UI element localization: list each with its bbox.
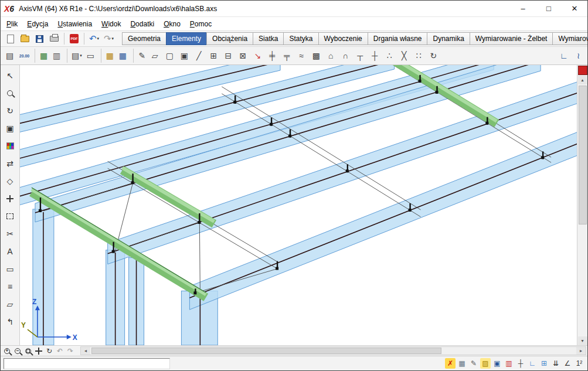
zoom-out-icon[interactable] bbox=[12, 346, 23, 356]
fit-icon[interactable]: ┼ bbox=[515, 358, 526, 369]
section-plane-icon[interactable]: ▱ bbox=[2, 295, 18, 313]
tab-siatka[interactable]: Siatka bbox=[253, 32, 283, 45]
report-maker-icon[interactable]: ▥ bbox=[49, 49, 64, 63]
view-redo-icon[interactable]: ↷ bbox=[65, 346, 76, 356]
text-tool-icon[interactable]: A bbox=[2, 243, 18, 260]
numbering-icon[interactable]: 1² bbox=[574, 358, 584, 369]
view-undo-icon[interactable]: ↶ bbox=[55, 346, 65, 356]
tab-elementy[interactable]: Elementy bbox=[166, 32, 206, 45]
rotate-view-icon[interactable]: ↻ bbox=[44, 346, 55, 356]
menu-dodatki[interactable]: Dodatki bbox=[125, 18, 159, 30]
close-button[interactable]: ✕ bbox=[562, 1, 587, 16]
model-viewport[interactable]: Z X Y bbox=[20, 65, 577, 345]
menu-pomoc[interactable]: Pomoc bbox=[185, 18, 216, 30]
tab-wyboczenie[interactable]: Wyboczenie bbox=[318, 32, 368, 45]
diaphragm-icon[interactable]: ⊠ bbox=[236, 49, 250, 63]
gap-element-icon[interactable]: ⌂ bbox=[324, 49, 338, 63]
edit-pencil-icon[interactable]: ✎ bbox=[468, 358, 479, 369]
region-select-icon[interactable] bbox=[2, 207, 18, 225]
parts-icon[interactable]: ▣ bbox=[492, 358, 502, 369]
diagonal-dof-icon[interactable]: ∴ bbox=[382, 49, 397, 63]
zoom-in-icon[interactable] bbox=[2, 346, 12, 356]
view-rotate-icon[interactable]: ↻ bbox=[2, 102, 18, 120]
grid-icon[interactable]: ▦ bbox=[457, 358, 467, 369]
levels-icon[interactable]: ≡ bbox=[2, 278, 18, 295]
display-switch-icon[interactable]: ✗ bbox=[445, 358, 456, 369]
dimension-lines-icon[interactable]: 20.00 bbox=[17, 49, 32, 63]
tab-drgania-wlasne[interactable]: Drgania własne bbox=[368, 32, 427, 45]
rotate-tool-icon[interactable]: ↻ bbox=[426, 49, 441, 63]
color-coding-icon[interactable] bbox=[2, 137, 18, 155]
maximize-button[interactable]: □ bbox=[536, 1, 562, 16]
mirror-icon[interactable]: ◇ bbox=[2, 172, 18, 190]
scroll-right-button[interactable]: ▸ bbox=[576, 347, 586, 355]
surface-element-icon[interactable]: ⊞ bbox=[206, 49, 221, 63]
redo-button[interactable]: ↷▾ bbox=[101, 32, 116, 46]
menu-edycja[interactable]: Edycja bbox=[22, 18, 53, 30]
scroll-down-button[interactable]: ▾ bbox=[578, 336, 587, 345]
angle-icon[interactable]: ∠ bbox=[562, 358, 573, 369]
modify-tool-icon[interactable]: ▱ bbox=[148, 49, 162, 63]
hole-icon[interactable]: ▣ bbox=[177, 49, 192, 63]
rigid-element-icon[interactable]: ⊟ bbox=[221, 49, 236, 63]
line-element-icon[interactable]: ╱ bbox=[192, 49, 206, 63]
vertical-scroll-thumb[interactable] bbox=[579, 86, 587, 224]
zoom-icon[interactable] bbox=[2, 84, 18, 102]
mesh-generate-icon[interactable]: ∷ bbox=[412, 49, 426, 63]
red-corner-button[interactable] bbox=[578, 66, 587, 75]
sections-icon[interactable]: ▥ bbox=[504, 358, 514, 369]
zoom-window-icon[interactable] bbox=[23, 346, 33, 356]
polyline-icon[interactable]: ≀ bbox=[571, 49, 586, 63]
scroll-up-button[interactable]: ▴ bbox=[578, 76, 587, 84]
link-element-icon[interactable]: ∩ bbox=[338, 49, 353, 63]
tab-geometria[interactable]: Geometria bbox=[122, 32, 166, 45]
vertical-scrollbar[interactable]: ▴ ▾ bbox=[577, 65, 587, 345]
detail-icon[interactable]: ▭ bbox=[2, 260, 18, 278]
nodal-support-icon[interactable]: ╪ bbox=[265, 49, 280, 63]
local-axes-icon[interactable]: ∟ bbox=[527, 358, 538, 369]
pdf-export-button[interactable]: PDF bbox=[67, 32, 81, 46]
menu-okno[interactable]: Okno bbox=[159, 18, 185, 30]
menu-widok[interactable]: Widok bbox=[97, 18, 125, 30]
draw-direct-icon[interactable]: ✎ bbox=[133, 49, 148, 63]
cut-icon[interactable]: ✂ bbox=[2, 225, 18, 243]
tab-statyka[interactable]: Statyka bbox=[283, 32, 318, 45]
local-system-icon[interactable]: ∟ bbox=[556, 49, 571, 63]
undo-button[interactable]: ↶▾ bbox=[87, 32, 101, 46]
horizontal-scroll-track[interactable] bbox=[90, 347, 576, 355]
scroll-left-button[interactable]: ◂ bbox=[81, 347, 90, 355]
display-options-icon[interactable]: ▭ bbox=[83, 49, 98, 63]
dof-icon[interactable]: ┼ bbox=[368, 49, 382, 63]
print-button[interactable] bbox=[47, 32, 62, 46]
tab-partial[interactable]: Wymiarowanie bbox=[552, 32, 587, 45]
load-arrows-icon[interactable]: ⇊ bbox=[550, 358, 561, 369]
spring-icon[interactable]: ▩ bbox=[309, 49, 324, 63]
surface-support-icon[interactable]: ≈ bbox=[294, 49, 309, 63]
select-cursor-icon[interactable]: ↖ bbox=[2, 67, 18, 84]
translate-icon[interactable]: ⇄ bbox=[2, 155, 18, 172]
menu-ustawienia[interactable]: Ustawienia bbox=[53, 18, 97, 30]
edge-hinge-icon[interactable]: ┬ bbox=[353, 49, 368, 63]
workplane-status-icon[interactable]: ▨ bbox=[480, 358, 491, 369]
layers-icon[interactable]: ▤ bbox=[2, 49, 17, 63]
menu-plik[interactable]: Plik bbox=[2, 18, 22, 30]
horizontal-scroll-thumb[interactable] bbox=[91, 348, 441, 354]
material-table-icon[interactable]: ▦ bbox=[101, 49, 115, 63]
bracing-icon[interactable]: ╳ bbox=[397, 49, 412, 63]
save-button[interactable] bbox=[32, 32, 47, 46]
table-browser-icon[interactable]: ▦ bbox=[35, 49, 49, 63]
mesh-status-icon[interactable]: ⊞ bbox=[539, 358, 549, 369]
section-table-icon[interactable]: ▦ bbox=[115, 49, 130, 63]
tab-dynamika[interactable]: Dynamika bbox=[427, 32, 469, 45]
tab-obciazenia[interactable]: Obciążenia bbox=[206, 32, 253, 45]
minimize-button[interactable]: – bbox=[510, 1, 536, 16]
pan-icon[interactable] bbox=[33, 346, 44, 356]
vertical-scroll-track[interactable] bbox=[578, 84, 587, 336]
reference-icon[interactable]: ↘ bbox=[250, 49, 265, 63]
open-file-button[interactable] bbox=[18, 32, 32, 46]
tab-wymiarowanie-zelbet[interactable]: Wymiarowanie - Żelbet bbox=[470, 32, 553, 45]
horizontal-scrollbar[interactable]: ◂ ▸ bbox=[80, 346, 586, 355]
command-input[interactable] bbox=[4, 358, 170, 369]
clipboard-icon[interactable]: ▣ bbox=[2, 120, 18, 137]
new-file-button[interactable] bbox=[3, 32, 18, 46]
